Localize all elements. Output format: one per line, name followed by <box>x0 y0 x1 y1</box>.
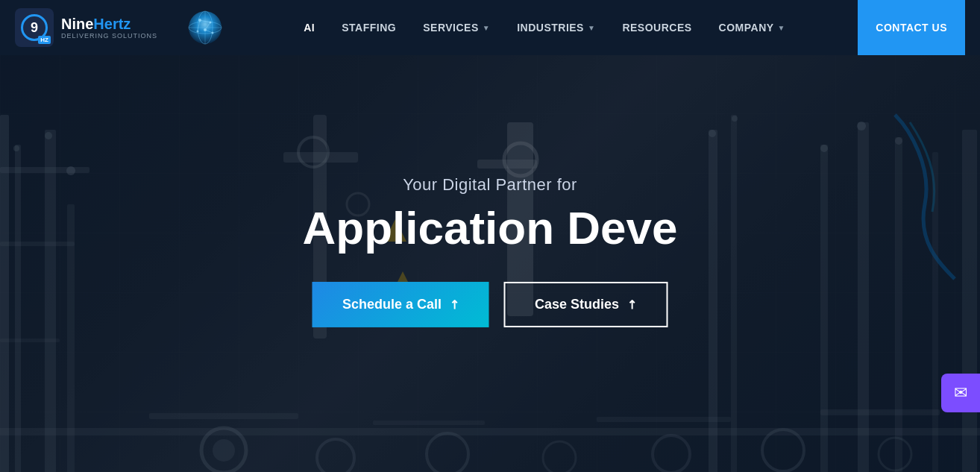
navbar: 9 HZ NineHertz DELIVERING SOLUTIONS <box>0 0 980 55</box>
schedule-arrow-icon: ↗ <box>445 296 462 313</box>
logo-text: NineHertz DELIVERING SOLUTIONS <box>61 16 157 40</box>
case-studies-label: Case Studies <box>535 297 619 312</box>
industries-dropdown-icon: ▼ <box>588 24 595 32</box>
ai-globe-area <box>186 9 224 46</box>
case-studies-button[interactable]: Case Studies ↗ <box>503 282 668 327</box>
nav-item-industries[interactable]: INDUSTRIES ▼ <box>503 0 609 55</box>
logo-hertz: Hertz <box>93 16 131 32</box>
logo-nine: Nine <box>61 16 93 32</box>
nav-item-staffing[interactable]: STAFFING <box>328 0 409 55</box>
ai-globe-icon <box>186 9 224 46</box>
schedule-call-button[interactable]: Schedule a Call ↗ <box>312 282 489 327</box>
nav-item-resources[interactable]: RESOURCES <box>609 0 705 55</box>
nav-ai-label: AI <box>304 22 315 34</box>
nav-item-ai[interactable]: AI <box>290 0 328 55</box>
company-dropdown-icon: ▼ <box>778 24 785 32</box>
logo-hz-badge: HZ <box>38 36 51 44</box>
hero-subtitle: Your Digital Partner for <box>303 174 678 194</box>
chat-icon: ✉ <box>954 383 967 403</box>
services-dropdown-icon: ▼ <box>483 24 490 32</box>
logo-tagline: DELIVERING SOLUTIONS <box>61 32 157 40</box>
logo-icon: 9 HZ <box>15 8 54 47</box>
schedule-call-label: Schedule a Call <box>342 297 442 312</box>
nav-staffing-label: STAFFING <box>342 22 396 34</box>
nav-links: AI STAFFING SERVICES ▼ INDUSTRIES ▼ RESO… <box>231 0 858 55</box>
case-arrow-icon: ↗ <box>623 296 640 313</box>
hero-section: Your Digital Partner for Application Dev… <box>0 0 980 472</box>
hero-content: Your Digital Partner for Application Dev… <box>303 174 678 327</box>
hero-buttons: Schedule a Call ↗ Case Studies ↗ <box>303 282 678 327</box>
nav-services-label: SERVICES <box>423 22 479 34</box>
nav-industries-label: INDUSTRIES <box>517 22 584 34</box>
contact-us-button[interactable]: CONTACT US <box>858 0 965 55</box>
chat-widget-button[interactable]: ✉ <box>941 374 980 412</box>
nav-resources-label: RESOURCES <box>622 22 691 34</box>
hero-title: Application Deve <box>303 203 678 251</box>
logo-name: NineHertz <box>61 16 157 32</box>
nav-company-label: COMPANY <box>719 22 774 34</box>
nav-item-company[interactable]: COMPANY ▼ <box>706 0 799 55</box>
contact-us-label: CONTACT US <box>876 22 947 34</box>
nav-item-services[interactable]: SERVICES ▼ <box>409 0 503 55</box>
logo-area[interactable]: 9 HZ NineHertz DELIVERING SOLUTIONS <box>15 8 179 47</box>
